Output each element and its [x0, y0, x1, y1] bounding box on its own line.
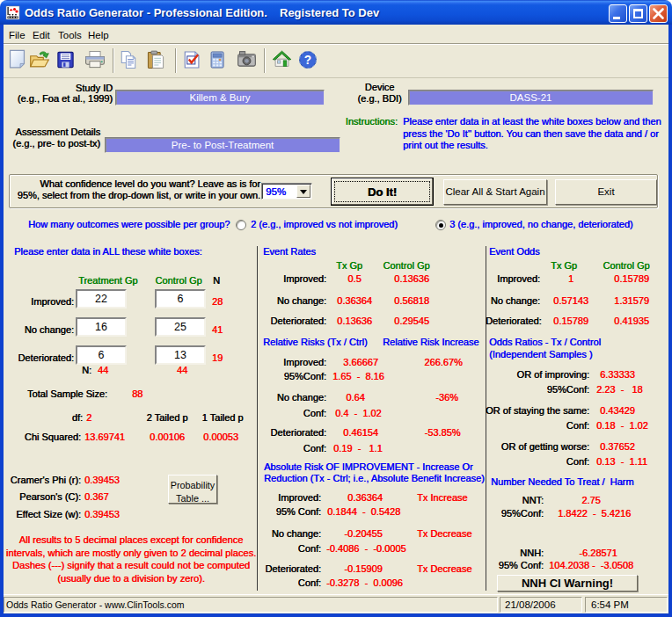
svg-text:?: ? — [304, 54, 311, 67]
